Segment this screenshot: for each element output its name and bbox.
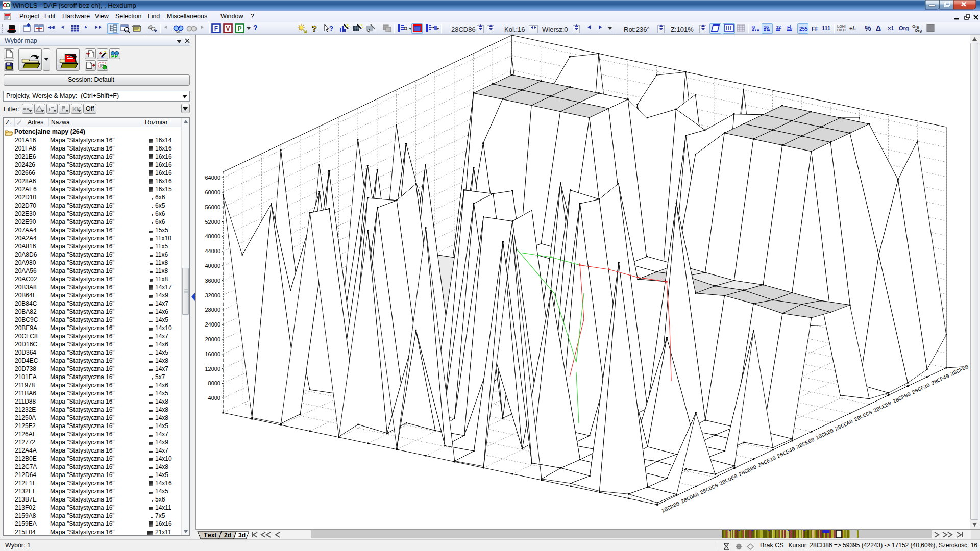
- svg-text:28CD80: 28CD80: [660, 500, 680, 514]
- svg-text:Org: Org: [899, 25, 909, 31]
- svg-text:28000: 28000: [205, 307, 220, 313]
- svg-text:12000: 12000: [205, 366, 220, 372]
- svg-text:56000: 56000: [205, 204, 220, 210]
- svg-text:?: ?: [253, 23, 258, 32]
- svg-text:P: P: [111, 54, 114, 59]
- svg-text:48000: 48000: [205, 233, 220, 239]
- svg-text:32: 32: [776, 24, 781, 30]
- svg-text:28CF40: 28CF40: [930, 373, 950, 387]
- svg-text:V: V: [226, 25, 230, 32]
- svg-text:ext: ext: [208, 532, 216, 539]
- svg-text:Org: Org: [915, 28, 922, 33]
- svg-text:FF: FF: [812, 26, 819, 32]
- svg-text:LOHI: LOHI: [837, 24, 846, 28]
- svg-text:T: T: [204, 532, 208, 539]
- svg-text:255: 255: [799, 26, 808, 32]
- svg-text:28CE00: 28CE00: [738, 464, 757, 478]
- svg-text:36000: 36000: [205, 278, 220, 284]
- svg-text:16000: 16000: [205, 351, 220, 357]
- svg-text:28CDA0: 28CDA0: [680, 491, 700, 505]
- svg-text:44000: 44000: [205, 248, 220, 254]
- svg-text:40000: 40000: [205, 263, 220, 269]
- svg-text:HILO: HILO: [837, 28, 846, 32]
- svg-text:28CE40: 28CE40: [776, 446, 796, 460]
- svg-text:28CEA0: 28CEA0: [834, 418, 854, 432]
- svg-text:IOI..: IOI..: [176, 30, 182, 33]
- svg-text:28CE20: 28CE20: [757, 455, 777, 468]
- svg-text:28CEE0: 28CEE0: [872, 400, 892, 414]
- svg-text:52000: 52000: [205, 219, 220, 225]
- svg-text:28CE60: 28CE60: [795, 437, 815, 450]
- svg-text:Fl.: Fl.: [787, 24, 793, 30]
- svg-text:28CDC0: 28CDC0: [699, 482, 719, 496]
- svg-text:Δ: Δ: [876, 24, 881, 32]
- svg-text:P: P: [115, 54, 118, 59]
- svg-text:28CE80: 28CE80: [815, 428, 835, 441]
- svg-text:ia: ia: [101, 56, 104, 59]
- svg-text:28CEC0: 28CEC0: [853, 409, 873, 423]
- svg-text:60000: 60000: [205, 189, 220, 195]
- svg-text:28CF00: 28CF00: [892, 391, 912, 405]
- svg-text:3d: 3d: [238, 532, 246, 539]
- svg-text:20000: 20000: [205, 336, 220, 342]
- svg-text:P: P: [237, 25, 241, 32]
- svg-text:28CF20: 28CF20: [911, 382, 931, 396]
- svg-text:64000: 64000: [205, 174, 220, 181]
- svg-text:4000: 4000: [208, 395, 220, 401]
- svg-text:28CF60: 28CF60: [949, 364, 969, 378]
- svg-text:2d: 2d: [224, 532, 231, 539]
- svg-text:×1: ×1: [888, 25, 894, 31]
- svg-text:16: 16: [764, 24, 769, 30]
- svg-text:?: ?: [329, 24, 333, 32]
- svg-text:8000: 8000: [208, 380, 220, 386]
- svg-text:%: %: [865, 24, 871, 32]
- svg-text:24000: 24000: [205, 321, 220, 328]
- svg-text:?: ?: [312, 24, 317, 33]
- svg-text:32000: 32000: [205, 292, 220, 298]
- svg-text:28CDE0: 28CDE0: [718, 473, 738, 487]
- svg-text:+/-: +/-: [849, 25, 856, 31]
- svg-text:111: 111: [822, 25, 830, 31]
- svg-text:8: 8: [752, 24, 755, 30]
- svg-text:F: F: [214, 25, 218, 32]
